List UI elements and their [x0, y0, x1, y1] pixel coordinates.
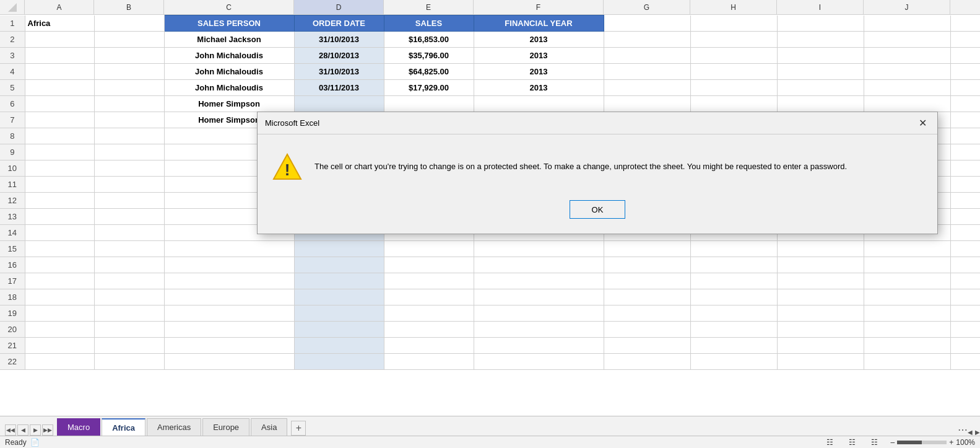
dialog-close-button[interactable]: ✕: [915, 116, 930, 131]
dialog-titlebar: Microsoft Excel ✕: [258, 112, 937, 134]
dialog-message: The cell or chart you're trying to chang…: [314, 160, 847, 173]
dialog-overlay: Microsoft Excel ✕ ! The cell or chart yo…: [0, 0, 980, 448]
ok-button[interactable]: OK: [570, 200, 625, 219]
warning-icon: !: [272, 152, 302, 182]
dialog-title: Microsoft Excel: [265, 118, 319, 128]
svg-text:!: !: [285, 160, 290, 179]
dialog-body: ! The cell or chart you're trying to cha…: [258, 134, 937, 234]
dialog-content-row: ! The cell or chart you're trying to cha…: [272, 152, 922, 182]
dialog-buttons: OK: [272, 200, 922, 219]
excel-dialog: Microsoft Excel ✕ ! The cell or chart yo…: [257, 112, 938, 234]
